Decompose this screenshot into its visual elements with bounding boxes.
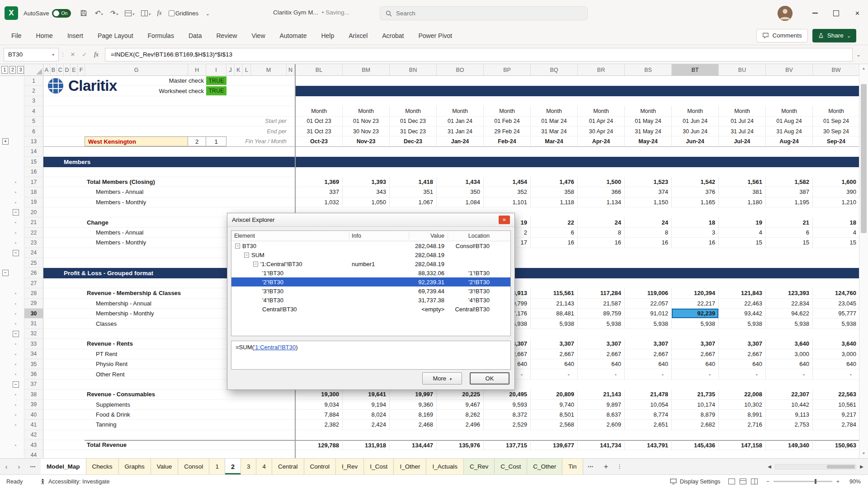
cell-BS31[interactable]: 5,938: [625, 319, 672, 328]
sheet-tab-c-cost[interactable]: C_Cost: [495, 459, 527, 474]
page-layout-view-icon[interactable]: [740, 479, 746, 484]
column-header-H[interactable]: H: [188, 64, 206, 75]
ribbon-tab-insert[interactable]: Insert: [61, 29, 89, 42]
cell-BT39[interactable]: 10,174: [672, 400, 719, 410]
row-6-left-cells[interactable]: End per: [43, 127, 295, 136]
cell-BS23[interactable]: 16: [625, 238, 672, 248]
explorer-formula-box[interactable]: =SUM('1:Central'!BT30): [231, 341, 511, 370]
explorer-node-2-bt30[interactable]: '2'!BT3092,239.31'2'!BT30: [231, 277, 510, 286]
name-box[interactable]: BT30 ▾: [4, 48, 59, 61]
cell-BS29[interactable]: 22,057: [625, 299, 672, 309]
search-box[interactable]: [380, 6, 588, 20]
autosave-toggle[interactable]: On: [52, 9, 71, 18]
cell-BL19[interactable]: 1,032: [296, 197, 343, 207]
cell-BL43[interactable]: 129,788: [296, 440, 343, 450]
cell-BU41[interactable]: 2,716: [719, 420, 766, 430]
vertical-scrollbar[interactable]: [859, 64, 868, 458]
row-header-31[interactable]: 31: [24, 319, 43, 328]
insert-table-icon[interactable]: [141, 10, 151, 17]
cell-BV5[interactable]: 01 Aug 24: [766, 117, 813, 127]
cell-BO19[interactable]: 1,084: [437, 197, 484, 207]
row-label[interactable]: Classes: [96, 319, 117, 328]
cell-BT6[interactable]: 30 Jun 24: [672, 127, 719, 136]
cell-BO40[interactable]: 8,262: [437, 410, 484, 420]
cell-BO5[interactable]: 01 Jan 24: [437, 117, 484, 127]
cell-BW6[interactable]: 30 Sep 24: [813, 127, 859, 136]
row-19-left-cells[interactable]: Members - Monthly: [43, 197, 295, 207]
cell-BT34[interactable]: 2,667: [672, 349, 719, 359]
row-38-month-cells[interactable]: 19,30019,64119,99720,22520,49520,80921,1…: [295, 389, 859, 399]
ribbon-tab-view[interactable]: View: [245, 29, 271, 42]
row-1-month-cells[interactable]: [295, 76, 859, 86]
column-header-info[interactable]: Info: [352, 231, 361, 241]
cell-BV28[interactable]: 123,393: [766, 288, 813, 298]
column-header-BO[interactable]: BO: [437, 64, 484, 75]
new-sheet-button[interactable]: [599, 459, 614, 474]
cell-BU43[interactable]: 147,158: [719, 440, 766, 450]
zoom-slider[interactable]: [774, 481, 832, 482]
cell-BW19[interactable]: 1,210: [813, 197, 859, 207]
row-header-17[interactable]: 17: [24, 177, 43, 187]
cell-BU35[interactable]: 640: [719, 359, 766, 369]
cell-BM17[interactable]: 1,393: [343, 177, 390, 187]
cell-BO6[interactable]: 31 Jan 24: [437, 127, 484, 136]
cell-BU39[interactable]: 10,302: [719, 400, 766, 410]
row-header-22[interactable]: 22: [24, 228, 43, 238]
cell-BS40[interactable]: 8,774: [625, 410, 672, 420]
column-header-BW[interactable]: BW: [813, 64, 859, 75]
site-number-cell[interactable]: 2: [188, 136, 206, 146]
row-17-left-cells[interactable]: Total Members (Closing): [43, 177, 295, 187]
cell-BP39[interactable]: 9,593: [484, 400, 531, 410]
row-label[interactable]: PT Rent: [96, 349, 117, 359]
row-header-39[interactable]: 39: [24, 400, 43, 410]
row-43-left-cells[interactable]: Total Revenue: [43, 440, 295, 450]
row-5-left-cells[interactable]: Start per: [43, 117, 295, 127]
cell-BP4[interactable]: Month: [484, 106, 531, 116]
comments-button[interactable]: Comments: [756, 29, 807, 42]
row-header-29[interactable]: 29: [24, 299, 43, 309]
cell-BV13[interactable]: Aug-24: [766, 136, 813, 146]
outline-collapse-button[interactable]: −: [13, 209, 19, 216]
cell-BS35[interactable]: 640: [625, 359, 672, 369]
cell-BQ18[interactable]: 358: [531, 187, 578, 197]
cell-BS38[interactable]: 21,478: [625, 389, 672, 399]
cell-BS5[interactable]: 01 May 24: [625, 117, 672, 127]
name-box-dropdown-icon[interactable]: ▾: [52, 52, 54, 57]
cell-BV43[interactable]: 149,340: [766, 440, 813, 450]
cell-BM4[interactable]: Month: [343, 106, 390, 116]
row-43-month-cells[interactable]: 129,788131,918134,447135,976137,715139,6…: [295, 440, 859, 450]
cell-BV33[interactable]: 3,640: [766, 339, 813, 349]
sheet-tab-i-actuals[interactable]: I_Actuals: [426, 459, 464, 474]
more-sheets-left-icon[interactable]: [25, 459, 41, 474]
cell-BT28[interactable]: 120,394: [672, 288, 719, 298]
cell-BT19[interactable]: 1,165: [672, 197, 719, 207]
row-label[interactable]: Revenue - Membership & Classes: [87, 288, 181, 298]
cell-BU34[interactable]: 2,667: [719, 349, 766, 359]
column-header-K[interactable]: K: [235, 64, 243, 75]
cell-BN6[interactable]: 31 Dec 23: [390, 127, 437, 136]
sheet-tab-tin[interactable]: Tin: [562, 459, 583, 474]
cell-BW17[interactable]: 1,600: [813, 177, 859, 187]
cell-BS19[interactable]: 1,150: [625, 197, 672, 207]
cell-BR4[interactable]: Month: [578, 106, 625, 116]
cell-BL17[interactable]: 1,369: [296, 177, 343, 187]
cell-BT38[interactable]: 21,735: [672, 389, 719, 399]
column-header-BU[interactable]: BU: [719, 64, 766, 75]
cell-BW18[interactable]: 390: [813, 187, 859, 197]
cell-BO18[interactable]: 350: [437, 187, 484, 197]
explorer-node-1-bt30[interactable]: '1'!BT3088,332.06'1'!BT30: [231, 268, 510, 277]
row-header-27[interactable]: 27: [24, 278, 43, 288]
cell-BU40[interactable]: 8,991: [719, 410, 766, 420]
row-label[interactable]: Change: [87, 217, 108, 227]
cell-BQ31[interactable]: 5,938: [531, 319, 578, 328]
cell-BW39[interactable]: 10,561: [813, 400, 859, 410]
cell-BN13[interactable]: Dec-23: [390, 136, 437, 146]
cell-BV41[interactable]: 2,753: [766, 420, 813, 430]
cell-BP6[interactable]: 29 Feb 24: [484, 127, 531, 136]
outline-level-3[interactable]: 3: [17, 66, 24, 74]
column-header-location[interactable]: Location: [468, 231, 490, 241]
row-label[interactable]: Members - Annual: [96, 228, 144, 237]
row-44-month-cells[interactable]: [295, 450, 859, 458]
qat-customize-button[interactable]: [205, 10, 210, 17]
cell-BP18[interactable]: 352: [484, 187, 531, 197]
